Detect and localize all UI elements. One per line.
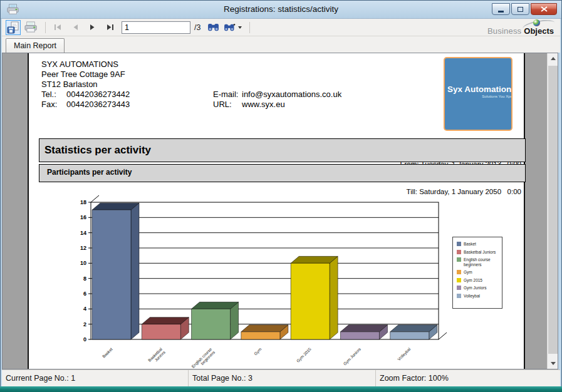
status-total-pages: Total Page No.: 3 — [189, 370, 376, 386]
fax-label: Fax: — [41, 100, 66, 110]
toolbar-separator — [249, 22, 250, 33]
legend-swatch-icon — [457, 278, 461, 282]
legend-item: Volleybal — [457, 294, 499, 299]
svg-text:Gym: Gym — [253, 347, 263, 356]
legend-label: Basketbal Juniors — [464, 250, 496, 255]
scroll-down-icon — [551, 362, 556, 365]
close-button[interactable] — [531, 3, 557, 15]
legend-item: Gym — [457, 270, 499, 275]
page-total-label: /3 — [194, 23, 200, 32]
window-bottom-strip — [0, 386, 562, 392]
next-page-button[interactable] — [85, 20, 100, 35]
email-label: E-mail: — [213, 90, 242, 100]
tab-bar: Main Report — [2, 36, 560, 53]
svg-text:Basket: Basket — [101, 347, 113, 359]
legend-label: Gym — [464, 270, 472, 275]
legend-swatch-icon — [457, 294, 461, 298]
close-icon — [541, 6, 548, 12]
report-page: SYX AUTOMATIONS Peer Tree Cottage 9AF ST… — [28, 53, 525, 369]
print-button[interactable] — [23, 20, 38, 35]
svg-text:Gym Juniors: Gym Juniors — [342, 346, 362, 366]
business-objects-logo: Business Objects — [487, 19, 556, 36]
company-address-1: Peer Tree Cottage 9AF — [41, 70, 130, 80]
legend-label: English course beginners — [464, 257, 499, 267]
scroll-up-button[interactable] — [548, 53, 558, 64]
fax-value: 00442036273443 — [66, 100, 130, 110]
chart-legend: BasketBasketbal JuniorsEnglish course be… — [452, 237, 502, 309]
tel-label: Tel.: — [41, 90, 66, 100]
status-bar: Current Page No.: 1 Total Page No.: 3 Zo… — [2, 369, 560, 386]
scrollbar-thumb[interactable] — [548, 66, 558, 354]
window: Registrations: statistics/activity — [0, 0, 562, 392]
svg-text:14: 14 — [80, 230, 86, 236]
syx-logo-title: Syx Automations — [447, 85, 513, 94]
toolbar-separator — [45, 22, 46, 33]
find-text-button[interactable] — [206, 20, 221, 35]
zoom-dropdown-caret-icon — [238, 26, 242, 29]
url-label: URL: — [213, 100, 242, 110]
legend-item: Gym Juniors — [457, 286, 499, 291]
tab-main-report[interactable]: Main Report — [6, 38, 65, 53]
page-number-input[interactable] — [122, 21, 190, 34]
svg-text:2: 2 — [83, 321, 86, 328]
restore-icon — [518, 7, 523, 12]
legend-label: Gym Juniors — [464, 286, 486, 291]
status-current-page: Current Page No.: 1 — [2, 370, 189, 386]
previous-page-icon — [72, 24, 78, 31]
legend-item: Basket — [457, 242, 499, 247]
legend-swatch-icon — [457, 257, 461, 262]
minimize-button[interactable] — [492, 3, 510, 15]
svg-text:18: 18 — [80, 199, 86, 205]
svg-text:10: 10 — [80, 260, 86, 266]
export-icon — [7, 21, 19, 34]
window-title: Registrations: statistics/activity — [1, 4, 561, 14]
title-bar[interactable]: Registrations: statistics/activity — [1, 1, 561, 19]
syx-logo-tagline: Solutions You Xpe — [482, 95, 513, 98]
svg-text:4: 4 — [83, 306, 86, 312]
binoculars-search-icon — [207, 23, 219, 32]
last-page-button[interactable] — [103, 20, 118, 35]
report-title: Statistics per activity — [44, 144, 151, 157]
vertical-scrollbar[interactable] — [547, 53, 558, 369]
minimize-icon — [498, 11, 504, 13]
zoom-binoculars-icon — [224, 23, 236, 32]
print-icon — [24, 21, 38, 33]
next-page-icon — [90, 24, 96, 31]
legend-label: Gym 2015 — [464, 278, 482, 283]
company-name: SYX AUTOMATIONS — [41, 59, 130, 70]
svg-text:English coursebeginners: English coursebeginners — [190, 346, 216, 369]
svg-text:0: 0 — [83, 336, 86, 343]
svg-text:16: 16 — [80, 214, 86, 220]
url-value: www.syx.eu — [242, 100, 285, 110]
scroll-down-button[interactable] — [548, 358, 558, 369]
legend-item: English course beginners — [457, 257, 499, 267]
svg-text:BasketbalJuniors: BasketbalJuniors — [147, 346, 167, 366]
svg-text:12: 12 — [80, 245, 86, 251]
legend-swatch-icon — [457, 286, 461, 290]
report-section-band: Participants per activity — [39, 164, 526, 182]
section-title: Participants per activity — [47, 168, 132, 177]
svg-text:6: 6 — [83, 291, 86, 297]
zoom-button[interactable] — [223, 20, 242, 35]
syx-logo: Syx Automations Solutions You Xpe — [444, 57, 513, 131]
export-button[interactable] — [6, 20, 21, 35]
restore-button[interactable] — [511, 3, 529, 15]
svg-text:8: 8 — [83, 276, 86, 282]
report-viewport[interactable]: SYX AUTOMATIONS Peer Tree Cottage 9AF ST… — [2, 53, 558, 369]
legend-label: Basket — [464, 242, 476, 247]
legend-item: Basketbal Juniors — [457, 250, 499, 255]
status-zoom-factor: Zoom Factor: 100% — [376, 370, 560, 386]
toolbar: /3 Business Objects — [2, 19, 560, 36]
legend-item: Gym 2015 — [457, 278, 499, 283]
scroll-up-icon — [551, 57, 556, 60]
previous-page-button[interactable] — [68, 20, 83, 35]
email-value: info@syxautomations.co.uk — [242, 90, 341, 100]
legend-swatch-icon — [457, 242, 461, 246]
company-block: SYX AUTOMATIONS Peer Tree Cottage 9AF ST… — [41, 59, 130, 110]
company-address-2: ST12 Barlaston — [41, 80, 130, 90]
tel-value: 00442036273442 — [66, 90, 130, 100]
legend-label: Volleybal — [464, 294, 480, 299]
report-header-band: Statistics per activity From: Tuesday, 1… — [39, 138, 526, 162]
first-page-button[interactable] — [50, 20, 65, 35]
svg-text:Volleybal: Volleybal — [397, 346, 412, 361]
